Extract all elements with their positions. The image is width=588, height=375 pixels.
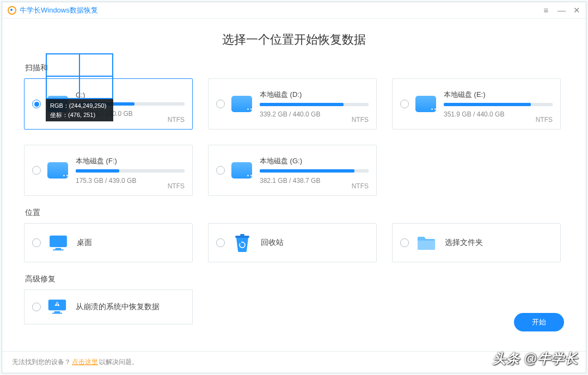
location-card-list: 桌面回收站选择文件夹 (24, 223, 564, 262)
radio-drive[interactable] (32, 100, 41, 108)
fs-label: NTFS (168, 116, 185, 124)
drive-name: 本地磁盘 (G:) (260, 156, 369, 166)
svg-rect-7 (52, 313, 62, 314)
drive-card[interactable]: 本地磁盘 (F:)175.3 GB / 439.0 GBNTFS (24, 145, 193, 196)
svg-rect-2 (53, 249, 63, 250)
svg-rect-8 (57, 303, 58, 305)
radio-drive[interactable] (32, 166, 41, 175)
location-card[interactable]: 桌面 (24, 223, 193, 262)
drive-card-list: C:)80.9 GB / 150.0 GBNTFS本地磁盘 (D:)339.2 … (24, 78, 564, 196)
start-button[interactable]: 开始 (514, 313, 564, 331)
svg-rect-4 (240, 234, 244, 236)
folder-icon (415, 233, 437, 252)
drive-icon (47, 96, 68, 112)
drive-name: C:) (76, 91, 185, 99)
svg-rect-1 (56, 248, 62, 250)
footer: 无法找到您的设备？ 点击这里 以解决问题。 (2, 351, 586, 373)
drive-icon (47, 162, 68, 179)
minimize-button[interactable]: — (558, 5, 565, 15)
location-card[interactable]: 选择文件夹 (392, 223, 561, 262)
footer-suffix: 以解决问题。 (99, 358, 138, 367)
advanced-label: 从崩溃的系统中恢复数据 (76, 302, 160, 312)
advanced-recovery-card[interactable]: 从崩溃的系统中恢复数据 (24, 290, 193, 324)
svg-rect-6 (54, 311, 60, 313)
usage-bar (76, 169, 185, 173)
section-locations-label: 位置 (25, 208, 564, 218)
recycle-icon (231, 233, 253, 252)
app-icon (8, 6, 16, 15)
radio-drive[interactable] (400, 100, 409, 108)
fs-label: NTFS (536, 116, 553, 124)
app-title: 牛学长Windows数据恢复 (20, 5, 98, 15)
radio-drive[interactable] (216, 166, 225, 175)
fs-label: NTFS (352, 182, 369, 190)
radio-location[interactable] (216, 238, 225, 247)
drive-name: 本地磁盘 (D:) (260, 90, 369, 100)
fs-label: NTFS (168, 182, 185, 190)
drive-card[interactable]: 本地磁盘 (E:)351.9 GB / 440.0 GBNTFS (392, 78, 561, 130)
radio-location[interactable] (400, 238, 409, 247)
usage-bar (76, 102, 185, 106)
svg-rect-9 (57, 305, 58, 306)
footer-prefix: 无法找到您的设备？ (12, 358, 71, 367)
close-button[interactable]: ✕ (573, 5, 580, 15)
fs-label: NTFS (352, 116, 369, 124)
location-label: 桌面 (77, 238, 92, 248)
usage-bar (444, 103, 553, 106)
menu-icon[interactable]: ≡ (542, 5, 550, 15)
usage-bar (260, 169, 369, 173)
location-label: 回收站 (261, 238, 284, 248)
svg-rect-0 (50, 236, 67, 247)
drive-icon (231, 96, 252, 112)
drive-name: 本地磁盘 (E:) (444, 90, 553, 100)
drive-card[interactable]: C:)80.9 GB / 150.0 GBNTFS (24, 78, 193, 130)
footer-link[interactable]: 点击这里 (72, 358, 98, 367)
drive-card[interactable]: 本地磁盘 (D:)339.2 GB / 440.0 GBNTFS (208, 78, 377, 130)
desktop-icon (47, 233, 69, 252)
crash-system-icon (47, 298, 69, 316)
svg-rect-3 (235, 236, 249, 238)
radio-drive[interactable] (216, 100, 225, 108)
radio-location[interactable] (32, 238, 41, 247)
radio-advanced[interactable] (32, 303, 41, 311)
drive-icon (415, 96, 436, 112)
drive-icon (231, 162, 252, 179)
location-label: 选择文件夹 (445, 238, 483, 248)
drive-name: 本地磁盘 (F:) (76, 156, 185, 166)
section-scan-label: 扫描和 (25, 63, 564, 73)
titlebar: 牛学长Windows数据恢复 ≡ — ✕ (2, 2, 586, 19)
page-title: 选择一个位置开始恢复数据 (24, 32, 564, 48)
drive-card[interactable]: 本地磁盘 (G:)382.1 GB / 438.7 GBNTFS (208, 145, 377, 196)
location-card[interactable]: 回收站 (208, 223, 377, 262)
section-advanced-label: 高级修复 (25, 274, 564, 284)
usage-bar (260, 103, 369, 106)
